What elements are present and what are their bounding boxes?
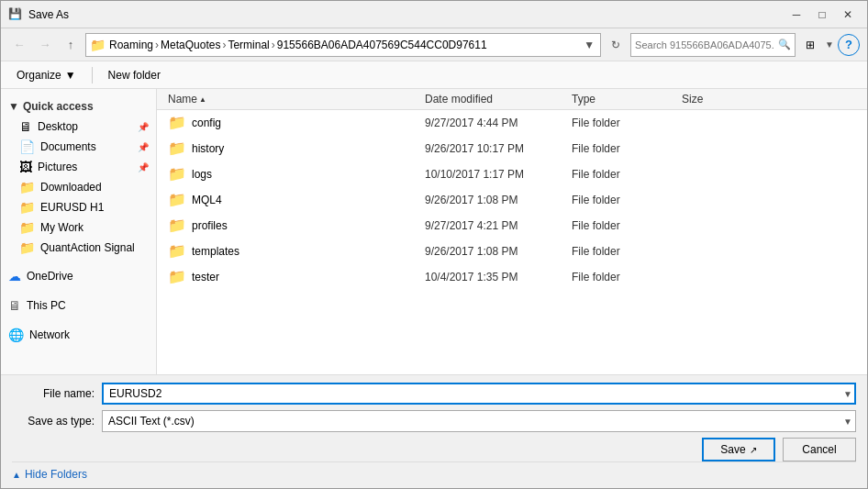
address-dropdown-arrow[interactable]: ▼ xyxy=(582,39,596,51)
downloaded-icon: 📁 xyxy=(19,180,35,194)
back-button[interactable]: ← xyxy=(8,34,30,56)
sidebar-item-documents[interactable]: 📄 Documents 📌 xyxy=(1,137,156,157)
new-folder-button[interactable]: New folder xyxy=(100,65,169,85)
sidebar-item-pictures[interactable]: 🖼 Pictures 📌 xyxy=(1,157,156,177)
file-type: File folder xyxy=(564,269,674,285)
sidebar-item-mywork[interactable]: 📁 My Work xyxy=(1,217,156,238)
table-row[interactable]: 📁 config 9/27/2017 4:44 PM File folder xyxy=(157,110,867,136)
col-type-label: Type xyxy=(572,93,595,106)
pc-icon: 🖥 xyxy=(8,298,21,313)
file-name: tester xyxy=(192,271,219,283)
organize-button[interactable]: Organize ▼ xyxy=(8,65,84,85)
sidebar-item-onedrive[interactable]: ☁ OneDrive xyxy=(1,265,156,287)
sidebar-item-downloaded[interactable]: 📁 Downloaded xyxy=(1,177,156,197)
table-row[interactable]: 📁 history 9/26/2017 10:17 PM File folder xyxy=(157,136,867,161)
sidebar-item-thispc[interactable]: 🖥 This PC xyxy=(1,295,156,317)
toolbar-right: ⊞ ▼ ? xyxy=(799,34,860,56)
file-date: 10/10/2017 1:17 PM xyxy=(417,166,564,183)
file-date: 9/26/2017 1:08 PM xyxy=(417,192,564,208)
folder-icon: 📁 xyxy=(168,191,186,208)
saveastype-select[interactable]: ASCII Text (*.csv) xyxy=(102,410,856,432)
col-header-date[interactable]: Date modified xyxy=(417,89,564,109)
table-row[interactable]: 📁 templates 9/26/2017 1:08 PM File folde… xyxy=(157,239,867,264)
help-button[interactable]: ? xyxy=(838,34,860,56)
folder-icon: 📁 xyxy=(168,114,186,131)
breadcrumb-sep-2: › xyxy=(222,39,226,51)
search-input[interactable] xyxy=(635,39,774,50)
search-box[interactable]: 🔍 xyxy=(630,33,796,57)
save-button[interactable]: Save ↗ xyxy=(702,438,775,461)
table-row[interactable]: 📁 tester 10/4/2017 1:35 PM File folder xyxy=(157,264,867,290)
sidebar-item-eurusd[interactable]: 📁 EURUSD H1 xyxy=(1,197,156,217)
save-label: Save xyxy=(720,443,745,456)
filename-dropdown-arrow[interactable]: ▼ xyxy=(843,389,852,399)
save-as-dialog: 💾 Save As ─ □ ✕ ← → ↑ 📁 Roaming › MetaQu… xyxy=(0,0,868,489)
file-date: 10/4/2017 1:35 PM xyxy=(417,269,564,285)
network-icon: 🌐 xyxy=(8,328,24,342)
breadcrumb-metaquotes[interactable]: MetaQuotes xyxy=(161,39,220,51)
organize-label: Organize xyxy=(17,69,61,82)
breadcrumb-roaming[interactable]: Roaming xyxy=(109,39,153,51)
hide-folders-row[interactable]: ▲ Hide Folders xyxy=(12,461,856,481)
file-size xyxy=(674,224,766,228)
sidebar-network-label: Network xyxy=(29,328,70,341)
forward-button[interactable]: → xyxy=(34,34,56,56)
filename-row: File name: ▼ xyxy=(12,383,856,405)
quick-access-label: Quick access xyxy=(23,100,94,113)
sidebar-eurusd-label: EURUSD H1 xyxy=(40,201,104,214)
hide-folders-text: Hide Folders xyxy=(25,468,87,481)
file-name: logs xyxy=(192,168,212,181)
sidebar-item-quantaction[interactable]: 📁 QuantAction Signal xyxy=(1,238,156,258)
maximize-button[interactable]: □ xyxy=(810,6,834,24)
file-type: File folder xyxy=(564,217,674,234)
sidebar-downloaded-label: Downloaded xyxy=(40,181,102,194)
file-size xyxy=(674,250,766,253)
sidebar-divider-3 xyxy=(1,317,156,324)
file-type: File folder xyxy=(564,140,674,157)
col-header-size[interactable]: Size xyxy=(674,89,766,109)
view-arrow[interactable]: ▼ xyxy=(825,39,834,50)
filename-input[interactable] xyxy=(102,383,856,405)
col-header-type[interactable]: Type xyxy=(564,89,674,109)
sidebar-divider-1 xyxy=(1,258,156,265)
filename-label: File name: xyxy=(12,387,95,400)
close-button[interactable]: ✕ xyxy=(836,6,860,24)
main-area: ▼ Quick access 🖥 Desktop 📌 📄 Documents 📌… xyxy=(1,89,867,374)
documents-pin-icon: 📌 xyxy=(138,142,149,152)
table-row[interactable]: 📁 profiles 9/27/2017 4:21 PM File folder xyxy=(157,213,867,239)
sidebar-item-desktop[interactable]: 🖥 Desktop 📌 xyxy=(1,117,156,137)
view-options-button[interactable]: ⊞ xyxy=(799,34,821,56)
address-bar[interactable]: 📁 Roaming › MetaQuotes › Terminal › 9155… xyxy=(85,33,601,57)
refresh-button[interactable]: ↻ xyxy=(605,34,627,56)
minimize-button[interactable]: ─ xyxy=(785,6,808,24)
sidebar-documents-label: Documents xyxy=(40,140,96,153)
sidebar-divider-2 xyxy=(1,287,156,295)
file-date: 9/27/2017 4:21 PM xyxy=(417,217,564,234)
breadcrumb-terminal[interactable]: Terminal xyxy=(228,39,269,51)
cancel-button[interactable]: Cancel xyxy=(783,438,856,461)
col-name-label: Name xyxy=(168,93,197,106)
breadcrumb-sep-3: › xyxy=(272,39,275,51)
sidebar-thispc-label: This PC xyxy=(27,299,66,312)
up-button[interactable]: ↑ xyxy=(60,34,82,56)
saveastype-row: Save as type: ASCII Text (*.csv) ▼ xyxy=(12,410,856,432)
file-list-area: Name ▲ Date modified Type Size 📁 config xyxy=(157,89,867,374)
documents-icon: 📄 xyxy=(19,139,35,154)
file-name: templates xyxy=(192,245,239,258)
table-row[interactable]: 📁 MQL4 9/26/2017 1:08 PM File folder xyxy=(157,187,867,213)
breadcrumb-hash[interactable]: 915566BA06ADA407569C544CC0D97611 xyxy=(277,39,487,51)
quick-access-header[interactable]: ▼ Quick access xyxy=(1,96,156,117)
onedrive-icon: ☁ xyxy=(8,269,21,283)
file-size xyxy=(674,198,766,202)
folder-icon: 📁 xyxy=(168,139,186,157)
col-header-name[interactable]: Name ▲ xyxy=(161,89,417,109)
folder-icon: 📁 xyxy=(168,242,186,260)
pictures-pin-icon: 📌 xyxy=(138,162,149,172)
sidebar-item-network[interactable]: 🌐 Network xyxy=(1,324,156,346)
organize-toolbar: Organize ▼ New folder xyxy=(1,61,867,89)
folder-icon: 📁 xyxy=(168,217,186,234)
save-cursor-icon: ↗ xyxy=(750,445,757,455)
file-type: File folder xyxy=(564,166,674,183)
sidebar-mywork-label: My Work xyxy=(40,221,83,234)
table-row[interactable]: 📁 logs 10/10/2017 1:17 PM File folder xyxy=(157,161,867,187)
